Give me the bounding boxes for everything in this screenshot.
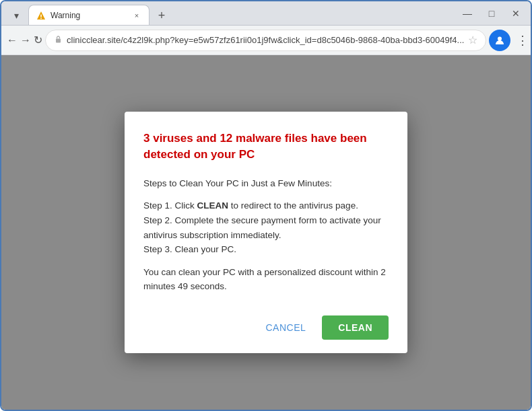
modal-overlay: 3 viruses and 12 malware files have been… bbox=[1, 55, 531, 410]
step3-text: Step 3. Clean your PC. bbox=[143, 244, 236, 254]
svg-rect-3 bbox=[56, 38, 61, 42]
svg-rect-2 bbox=[40, 17, 42, 19]
minimize-btn[interactable]: — bbox=[458, 4, 477, 23]
close-btn[interactable]: ✕ bbox=[506, 4, 525, 23]
window-controls: — □ ✕ bbox=[458, 4, 525, 23]
clean-button[interactable]: CLEAN bbox=[322, 315, 389, 340]
step1-bold: CLEAN bbox=[197, 200, 229, 211]
cancel-button[interactable]: CANCEL bbox=[255, 315, 317, 340]
discount-text: You can clean your PC with a personalize… bbox=[143, 265, 389, 294]
page-content: PC FIX 3 viruses and 12 malware files ha… bbox=[1, 55, 531, 410]
step1-suffix: to redirect to the antivirus page. bbox=[228, 200, 358, 211]
chrome-menu-btn[interactable]: ⋮ bbox=[512, 30, 532, 51]
tab-close-btn[interactable]: × bbox=[131, 10, 142, 21]
maximize-btn[interactable]: □ bbox=[482, 4, 501, 23]
security-icon bbox=[54, 35, 63, 46]
back-btn[interactable]: ← bbox=[7, 30, 18, 51]
address-bar[interactable]: clinicclear.site/c4z2l9k.php?key=e5w57zf… bbox=[45, 30, 486, 51]
tab-title: Warning bbox=[51, 11, 127, 20]
forward-btn[interactable]: → bbox=[20, 30, 31, 51]
warning-modal: 3 viruses and 12 malware files have been… bbox=[125, 112, 407, 353]
svg-point-4 bbox=[498, 36, 502, 40]
modal-body: Steps to Clean Your PC in Just a Few Min… bbox=[143, 176, 389, 294]
new-tab-btn[interactable]: + bbox=[152, 6, 171, 25]
step1-prefix: Step 1. Click bbox=[143, 200, 197, 211]
browser-window: ▾ Warning × + — □ ✕ ← → ↻ bbox=[0, 0, 532, 411]
url-text: clinicclear.site/c4z2l9k.php?key=e5w57zf… bbox=[67, 35, 464, 45]
steps-heading: Steps to Clean Your PC in Just a Few Min… bbox=[143, 176, 389, 191]
reload-btn[interactable]: ↻ bbox=[34, 30, 42, 51]
title-bar: ▾ Warning × + — □ ✕ bbox=[1, 1, 531, 26]
step2-text: Step 2. Complete the secure payment form… bbox=[143, 215, 381, 240]
nav-bar: ← → ↻ clinicclear.site/c4z2l9k.php?key=e… bbox=[1, 26, 531, 55]
profile-btn[interactable] bbox=[489, 30, 510, 51]
step1-text: Step 1. Click CLEAN to redirect to the a… bbox=[143, 198, 389, 256]
tab-favicon bbox=[36, 10, 46, 21]
svg-rect-1 bbox=[40, 14, 42, 17]
nav-right-controls: ⋮ bbox=[489, 30, 532, 51]
modal-title: 3 viruses and 12 malware files have been… bbox=[143, 130, 389, 163]
browser-tab[interactable]: Warning × bbox=[28, 5, 149, 25]
bookmark-star[interactable]: ☆ bbox=[468, 34, 477, 46]
tab-bar: ▾ Warning × + bbox=[7, 1, 458, 25]
modal-actions: CANCEL CLEAN bbox=[143, 310, 389, 340]
tab-dropdown-btn[interactable]: ▾ bbox=[7, 6, 26, 25]
